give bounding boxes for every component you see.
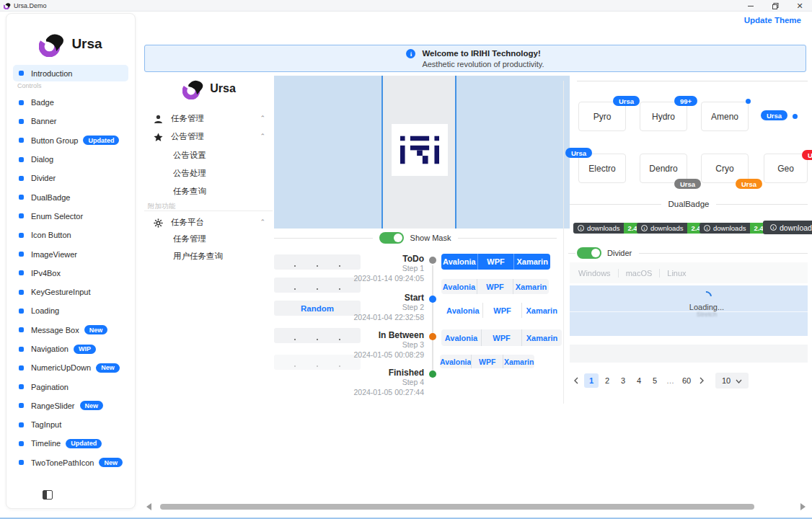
loading-label: Loading... (570, 303, 812, 311)
sidebar-collapse-icon[interactable] (43, 490, 53, 500)
button-wpf[interactable]: WPF (471, 355, 503, 368)
close-icon[interactable]: ✕ (787, 0, 812, 12)
sidebar-item-message-box[interactable]: Message BoxNew (13, 321, 134, 340)
sidebar-item-imageviewer[interactable]: ImageViewer (13, 244, 134, 263)
sidebar-item-dialog[interactable]: Dialog (13, 150, 134, 169)
title-bar: Ursa.Demo ✕ (0, 0, 812, 12)
sidebar-item-badge[interactable]: Badge (13, 93, 134, 112)
page-button-3[interactable]: 3 (616, 373, 630, 388)
sidebar-item-icon-button[interactable]: Icon Button (13, 226, 134, 244)
viewer-divider-left[interactable] (381, 76, 383, 229)
nav-item---7[interactable]: 任务管理 (144, 230, 274, 247)
sidebar-item-introduction[interactable]: Introduction (13, 65, 128, 81)
button-wpf[interactable]: WPF (482, 303, 522, 318)
nav-item---6[interactable]: 任务平台⌃ (144, 213, 274, 231)
sidebar-item-twotonepathicon[interactable]: TwoTonePathIconNew (13, 453, 134, 472)
divider-line (274, 238, 373, 239)
nav-item---2[interactable]: 公告设置 (144, 146, 274, 164)
timeline-dot-icon (429, 333, 436, 340)
sidebar-item-keygestureinput[interactable]: KeyGestureInput (13, 283, 134, 301)
sidebar-item-divider[interactable]: Divider (13, 169, 134, 187)
button-xamarin[interactable]: Xamarin (521, 329, 562, 346)
update-theme-button[interactable]: Update Theme (740, 14, 806, 27)
sidebar-item-numericupdown[interactable]: NumericUpDownNew (13, 358, 134, 377)
button-avalonia[interactable]: Avalonia (440, 355, 471, 368)
sidebar-item-timeline[interactable]: TimelineUpdated (13, 434, 134, 453)
scroll-right-icon[interactable] (800, 503, 806, 510)
restore-icon[interactable] (763, 0, 787, 12)
dot-badge (746, 99, 751, 104)
sidebar-item-enum-selector[interactable]: Enum Selector (13, 207, 134, 226)
octet-separator-dot (294, 365, 296, 367)
sidebar-item-button-group[interactable]: Button GroupUpdated (13, 131, 134, 150)
button-wpf[interactable]: WPF (477, 254, 514, 270)
sidebar-item-dualbadge[interactable]: DualBadge (13, 187, 134, 206)
app-logo-icon (4, 2, 11, 9)
sidebar-item-pagination[interactable]: Pagination (13, 377, 134, 396)
minimize-icon[interactable] (738, 0, 763, 12)
button-xamarin[interactable]: Xamarin (521, 303, 561, 318)
sidebar-item-label: TwoTonePathIcon (31, 458, 94, 467)
status-badge: New (80, 401, 104, 410)
page-prev-icon[interactable] (570, 373, 583, 388)
timeline-dot-icon (429, 371, 436, 378)
button-avalonia[interactable]: Avalonia (441, 254, 477, 270)
sidebar-item-navigation[interactable]: NavigationWIP (13, 340, 134, 358)
sidebar-item-label: IPv4Box (31, 269, 61, 278)
nav-item---3[interactable]: 公告处理 (144, 164, 274, 182)
window-controls: ✕ (738, 0, 812, 12)
button-avalonia[interactable]: Avalonia (441, 329, 481, 346)
chevron-up-icon: ⌃ (260, 115, 265, 122)
nav-item---1[interactable]: 公告管理⌃ (144, 128, 274, 145)
page-button-5[interactable]: 5 (648, 373, 662, 388)
ursa-logo-icon (182, 78, 204, 99)
button-avalonia[interactable]: Avalonia (443, 303, 482, 318)
button-xamarin[interactable]: Xamarin (513, 254, 550, 270)
corner-badge: Ursa (565, 148, 592, 158)
chevron-down-icon (736, 376, 742, 385)
page-size-dropdown[interactable]: 10 (715, 373, 749, 389)
dualbadge-label-text: downloads (780, 223, 812, 232)
standalone-badge: Ursa (761, 110, 787, 120)
window-title: Ursa.Demo (14, 2, 47, 9)
page-button-4[interactable]: 4 (632, 373, 646, 388)
sidebar-item-taginput[interactable]: TagInput (13, 415, 134, 434)
page-button-60[interactable]: 60 (679, 373, 694, 388)
button-xamarin[interactable]: Xamarin (513, 279, 549, 294)
page-next-icon[interactable] (695, 373, 708, 388)
status-badge: New (96, 363, 120, 373)
dualbadge-label-text: downloads (713, 224, 746, 232)
sidebar-logo-text: Ursa (71, 36, 102, 52)
sidebar-item-label: Dialog (31, 155, 53, 164)
sidebar-item-label: Pagination (31, 383, 69, 391)
sidebar-item-loading[interactable]: Loading (13, 301, 134, 320)
show-mask-toggle[interactable] (379, 232, 404, 244)
page-button-2[interactable]: 2 (600, 373, 614, 388)
image-viewer[interactable] (274, 76, 570, 229)
button-avalonia[interactable]: Avalonia (441, 279, 477, 294)
horizontal-scrollbar[interactable] (160, 504, 754, 510)
sidebar-item-ipv4box[interactable]: IPv4Box (13, 264, 134, 283)
nav-item---0[interactable]: 任务管理⌃ (144, 110, 274, 127)
button-xamarin[interactable]: Xamarin (503, 355, 534, 368)
button-wpf[interactable]: WPF (477, 279, 513, 294)
page-button-1[interactable]: 1 (584, 373, 599, 388)
sidebar-item-label: Badge (31, 98, 54, 107)
app-window: Ursa.Demo ✕ Update Theme Ursa Introducti… (0, 0, 812, 519)
button-wpf[interactable]: WPF (481, 329, 521, 346)
chevron-up-icon: ⌃ (260, 218, 265, 226)
sidebar-item-banner[interactable]: Banner (13, 112, 134, 130)
viewer-divider-right[interactable] (455, 76, 456, 229)
timeline-dot-icon (429, 296, 436, 303)
bullet-icon (19, 195, 24, 200)
bullet-icon (19, 327, 24, 332)
sidebar-item-label: Enum Selector (31, 212, 83, 221)
nav-item---4[interactable]: 任务查询 (144, 182, 274, 200)
sidebar-item-rangeslider[interactable]: RangeSliderNew (13, 396, 134, 415)
divider-toggle[interactable] (577, 247, 601, 259)
scroll-left-icon[interactable] (146, 503, 151, 510)
nav-item-label: 任务管理 (171, 113, 204, 124)
nav-item---8[interactable]: 用户任务查询 (144, 247, 274, 265)
sidebar-item-label: TagInput (31, 420, 61, 429)
badge-card-hydro: Hydro (640, 102, 687, 131)
